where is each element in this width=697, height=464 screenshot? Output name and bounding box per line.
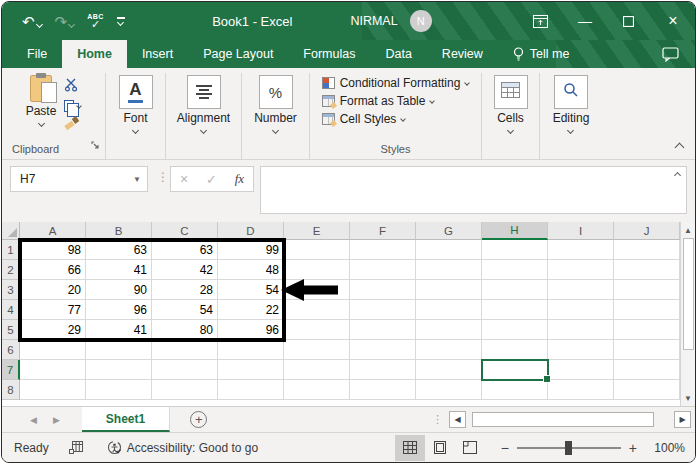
collapse-ribbon-icon[interactable] bbox=[675, 143, 685, 153]
cell-E3[interactable] bbox=[284, 280, 350, 300]
cell-I4[interactable] bbox=[548, 300, 614, 320]
row-header-8[interactable]: 8 bbox=[2, 380, 20, 400]
row-header-5[interactable]: 5 bbox=[2, 320, 20, 340]
column-header-I[interactable]: I bbox=[548, 222, 614, 240]
formula-input[interactable] bbox=[260, 166, 687, 214]
cell-F6[interactable] bbox=[350, 340, 416, 360]
enter-icon[interactable]: ✓ bbox=[206, 172, 217, 187]
cell-F3[interactable] bbox=[350, 280, 416, 300]
maximize-button[interactable] bbox=[607, 2, 651, 40]
cell-B7[interactable] bbox=[86, 360, 152, 380]
cell-F5[interactable] bbox=[350, 320, 416, 340]
column-header-B[interactable]: B bbox=[86, 222, 152, 240]
cell-H8[interactable] bbox=[482, 380, 548, 400]
tab-review[interactable]: Review bbox=[427, 40, 498, 68]
normal-view-icon[interactable] bbox=[395, 435, 425, 461]
row-header-7[interactable]: 7 bbox=[2, 360, 20, 380]
spreadsheet[interactable]: ABCDEFGHIJ198636399266414248320902854477… bbox=[2, 222, 680, 406]
scroll-up-icon[interactable]: ▲ bbox=[684, 222, 692, 238]
cell-A2[interactable]: 66 bbox=[20, 260, 86, 280]
cell-E4[interactable] bbox=[284, 300, 350, 320]
spelling-icon[interactable]: ABC ✓ bbox=[87, 13, 104, 30]
alignment-button[interactable]: Alignment bbox=[177, 75, 230, 133]
formula-bar-resize-handle[interactable]: ⋮ bbox=[157, 170, 169, 184]
cell-D4[interactable]: 22 bbox=[218, 300, 284, 320]
macro-record-icon[interactable] bbox=[69, 441, 83, 454]
cell-E7[interactable] bbox=[284, 360, 350, 380]
cell-E1[interactable] bbox=[284, 240, 350, 260]
cell-D5[interactable]: 96 bbox=[218, 320, 284, 340]
undo-button[interactable]: ↶ bbox=[22, 14, 42, 29]
cell-F7[interactable] bbox=[350, 360, 416, 380]
cell-C8[interactable] bbox=[152, 380, 218, 400]
cell-A1[interactable]: 98 bbox=[20, 240, 86, 260]
paste-button[interactable]: Paste bbox=[26, 75, 57, 130]
cell-G4[interactable] bbox=[416, 300, 482, 320]
cell-C1[interactable]: 63 bbox=[152, 240, 218, 260]
font-button[interactable]: A Font bbox=[119, 75, 153, 133]
tab-insert[interactable]: Insert bbox=[127, 40, 188, 68]
row-header-6[interactable]: 6 bbox=[2, 340, 20, 360]
user-name[interactable]: NIRMAL bbox=[350, 14, 397, 28]
cell-J6[interactable] bbox=[614, 340, 680, 360]
cell-H5[interactable] bbox=[482, 320, 548, 340]
cell-C7[interactable] bbox=[152, 360, 218, 380]
number-button[interactable]: % Number bbox=[254, 75, 297, 133]
cell-J8[interactable] bbox=[614, 380, 680, 400]
vertical-scroll-thumb[interactable] bbox=[683, 238, 694, 350]
column-header-D[interactable]: D bbox=[218, 222, 284, 240]
scroll-right-icon[interactable]: ▶ bbox=[674, 411, 691, 428]
cell-D7[interactable] bbox=[218, 360, 284, 380]
tab-home[interactable]: Home bbox=[62, 40, 127, 68]
cell-C2[interactable]: 42 bbox=[152, 260, 218, 280]
cell-E5[interactable] bbox=[284, 320, 350, 340]
cell-D2[interactable]: 48 bbox=[218, 260, 284, 280]
cell-J5[interactable] bbox=[614, 320, 680, 340]
expand-formula-bar-icon[interactable] bbox=[674, 172, 681, 179]
row-header-3[interactable]: 3 bbox=[2, 280, 20, 300]
conditional-formatting-button[interactable]: Conditional Formatting bbox=[322, 76, 470, 90]
format-as-table-button[interactable]: Format as Table bbox=[322, 94, 435, 108]
customize-quick-access-icon[interactable] bbox=[117, 17, 125, 25]
zoom-out-icon[interactable]: − bbox=[501, 440, 509, 456]
insert-function-icon[interactable]: fx bbox=[235, 171, 244, 187]
page-layout-view-icon[interactable] bbox=[425, 435, 455, 461]
cell-E6[interactable] bbox=[284, 340, 350, 360]
format-painter-icon[interactable] bbox=[64, 116, 78, 130]
cell-G7[interactable] bbox=[416, 360, 482, 380]
cell-F4[interactable] bbox=[350, 300, 416, 320]
cell-H1[interactable] bbox=[482, 240, 548, 260]
cell-D3[interactable]: 54 bbox=[218, 280, 284, 300]
zoom-level[interactable]: 100% bbox=[649, 441, 685, 455]
cell-H2[interactable] bbox=[482, 260, 548, 280]
horizontal-scrollbar[interactable]: ⋮ ◀ ▶ bbox=[432, 407, 691, 432]
select-all-corner[interactable] bbox=[2, 222, 20, 240]
cell-J1[interactable] bbox=[614, 240, 680, 260]
cell-G1[interactable] bbox=[416, 240, 482, 260]
cell-H6[interactable] bbox=[482, 340, 548, 360]
cell-G5[interactable] bbox=[416, 320, 482, 340]
cell-A4[interactable]: 77 bbox=[20, 300, 86, 320]
vertical-scrollbar[interactable]: ▲ ▼ bbox=[680, 222, 695, 406]
column-header-A[interactable]: A bbox=[20, 222, 86, 240]
name-box[interactable]: H7 ▼ bbox=[10, 166, 148, 192]
clipboard-dialog-launcher-icon[interactable] bbox=[91, 136, 100, 154]
ribbon-display-options-icon[interactable] bbox=[519, 2, 563, 40]
column-header-G[interactable]: G bbox=[416, 222, 482, 240]
cell-J3[interactable] bbox=[614, 280, 680, 300]
cell-G3[interactable] bbox=[416, 280, 482, 300]
cell-D1[interactable]: 99 bbox=[218, 240, 284, 260]
cell-B8[interactable] bbox=[86, 380, 152, 400]
cell-H3[interactable] bbox=[482, 280, 548, 300]
cell-C5[interactable]: 80 bbox=[152, 320, 218, 340]
cells-button[interactable]: Cells bbox=[494, 75, 528, 133]
tab-file[interactable]: File bbox=[12, 40, 62, 68]
column-header-H[interactable]: H bbox=[482, 222, 548, 240]
cell-A8[interactable] bbox=[20, 380, 86, 400]
cell-A6[interactable] bbox=[20, 340, 86, 360]
cell-C4[interactable]: 54 bbox=[152, 300, 218, 320]
row-header-2[interactable]: 2 bbox=[2, 260, 20, 280]
close-button[interactable]: × bbox=[651, 2, 695, 40]
name-box-dropdown-icon[interactable]: ▼ bbox=[127, 175, 147, 184]
scroll-down-icon[interactable]: ▼ bbox=[684, 390, 692, 406]
